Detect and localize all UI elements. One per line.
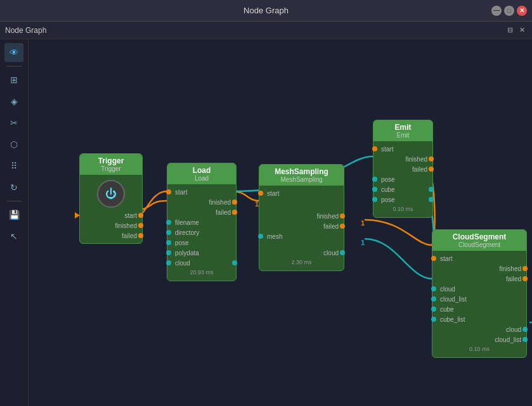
load-body: start finished failed filename dire <box>167 184 236 281</box>
left-toolbar: 👁 ⊞ ◈ ✂ ⬡ ⠿ ↻ 💾 ↖ <box>0 39 29 406</box>
load-polydata-label: polydata <box>169 250 199 257</box>
scissors-icon[interactable]: ✂ <box>4 113 23 132</box>
canvas-area[interactable]: 1 1 1 1 1 1 1 Trigger Trigger ⏻ <box>29 39 532 406</box>
trigger-header: Trigger Trigger <box>80 154 142 175</box>
load-failed-port: failed <box>169 207 235 217</box>
emit-cube-dot <box>372 187 377 192</box>
cursor-icon[interactable]: ↖ <box>4 227 23 246</box>
emit-start-port: start <box>375 144 431 154</box>
cloudsegment-node[interactable]: CloudSegment CloudSegment start finished… <box>432 229 527 358</box>
refresh-icon[interactable]: ↻ <box>4 178 23 197</box>
cs-finished-out <box>522 266 528 271</box>
emit-cube-out <box>429 187 434 192</box>
load-start-label: start <box>169 189 187 196</box>
emit-pose-out <box>429 197 434 202</box>
emit-pose2-port: pose <box>375 194 431 205</box>
cs-failed-port: failed <box>434 274 525 284</box>
window-controls: — □ ✕ <box>491 6 527 16</box>
emit-node[interactable]: Emit Emit start finished failed <box>373 120 433 218</box>
emit-title: Emit <box>379 123 427 132</box>
load-node[interactable]: Load Load start finished failed <box>167 163 237 281</box>
mesh-failed-label: failed <box>261 223 342 230</box>
maximize-button[interactable]: □ <box>504 6 514 16</box>
emit-finished-label: finished <box>375 156 431 163</box>
cs-cloudlist-in <box>431 296 436 301</box>
toolbar-sep-2 <box>6 201 22 201</box>
title-bar: Node Graph — □ ✕ <box>0 0 532 22</box>
meshsampling-title: MeshSampling <box>264 167 339 176</box>
svg-text:1: 1 <box>361 239 365 246</box>
emit-cube-port: cube <box>375 184 431 194</box>
panel-close-button[interactable]: ✕ <box>517 25 527 35</box>
emit-start-label: start <box>375 146 393 153</box>
cs-start-in <box>431 256 436 261</box>
trigger-node[interactable]: Trigger Trigger ⏻ start finished <box>79 153 143 244</box>
mesh-failed-out <box>340 224 345 229</box>
save-icon[interactable]: 💾 <box>4 205 23 224</box>
dots-icon[interactable]: ⠿ <box>4 156 23 175</box>
cs-cube-port: cube <box>434 304 525 314</box>
start-label: start <box>81 212 141 219</box>
mesh-start-label: start <box>261 190 279 197</box>
cs-cloudlist-port: cloud_list <box>434 294 525 304</box>
load-sub: Load <box>172 175 231 182</box>
meshsampling-node[interactable]: MeshSampling MeshSampling start finished… <box>259 164 344 271</box>
load-failed-out <box>232 210 237 215</box>
load-finished-port: finished <box>169 197 235 207</box>
mesh-timing: 2.30 ms <box>261 258 342 268</box>
main-area: 👁 ⊞ ◈ ✂ ⬡ ⠿ ↻ 💾 ↖ <box>0 39 532 406</box>
start-arrow-icon <box>75 212 80 219</box>
mesh-finished-port: finished <box>261 211 342 221</box>
load-failed-label: failed <box>169 209 235 216</box>
load-directory-label: directory <box>169 229 199 236</box>
load-cloud-label: cloud <box>169 260 190 267</box>
mesh-start-in <box>258 191 263 196</box>
panel-undock-button[interactable]: ⊟ <box>505 25 515 35</box>
load-filename-dot <box>166 220 171 225</box>
cs-cubelist-label: cube_list <box>434 316 465 323</box>
finished-out-port <box>138 223 143 228</box>
load-cloud-in-dot <box>166 260 171 265</box>
trigger-title: Trigger <box>85 156 137 165</box>
mesh-cloud-port: cloud <box>261 248 342 258</box>
load-directory-dot <box>166 230 171 235</box>
cloudsegment-sub: CloudSegment <box>438 241 521 248</box>
failed-out-port <box>138 233 143 238</box>
emit-pose1-label: pose <box>375 176 395 183</box>
cs-cloudlist-out-port: cloud_list <box>434 334 525 345</box>
close-button[interactable]: ✕ <box>517 6 527 16</box>
mesh-start-port: start <box>261 188 342 198</box>
minimize-button[interactable]: — <box>491 6 502 16</box>
trigger-finished-port: finished <box>81 220 141 231</box>
emit-sub: Emit <box>379 132 427 139</box>
toolbar-sep-1 <box>6 66 22 67</box>
cs-cloud-label: cloud <box>434 286 455 293</box>
cs-cloud-in <box>431 286 436 291</box>
cs-finished-port: finished <box>434 263 525 274</box>
trigger-icon: ⏻ <box>97 180 125 208</box>
load-filename-label: filename <box>169 219 199 226</box>
cs-cloud-port: cloud <box>434 284 525 294</box>
cs-cube-in <box>431 307 436 312</box>
mesh-mesh-label: mesh <box>261 233 282 240</box>
load-pose-port: pose <box>169 238 235 248</box>
cs-cloud-out <box>522 327 528 332</box>
cloudsegment-header: CloudSegment CloudSegment <box>432 230 526 251</box>
load-directory-port: directory <box>169 227 235 238</box>
emit-finished-port: finished <box>375 154 431 164</box>
meshsampling-header: MeshSampling MeshSampling <box>259 165 344 186</box>
cs-cloud-out-label: cloud <box>434 326 525 333</box>
emit-body: start finished failed pose cube <box>373 141 432 217</box>
cs-cube-label: cube <box>434 306 454 313</box>
nodes-icon[interactable]: ⬡ <box>4 135 23 154</box>
grid-icon[interactable]: ⊞ <box>4 70 23 89</box>
layers-icon[interactable]: ◈ <box>4 92 23 111</box>
eye-icon[interactable]: 👁 <box>4 43 23 62</box>
cs-cloudlist-label: cloud_list <box>434 296 467 303</box>
load-title: Load <box>172 166 231 175</box>
mesh-finished-label: finished <box>261 213 342 220</box>
finished-label: finished <box>81 222 141 229</box>
meshsampling-sub: MeshSampling <box>264 176 339 183</box>
window-title: Node Graph <box>243 6 289 15</box>
trigger-start-port: start <box>81 210 141 220</box>
